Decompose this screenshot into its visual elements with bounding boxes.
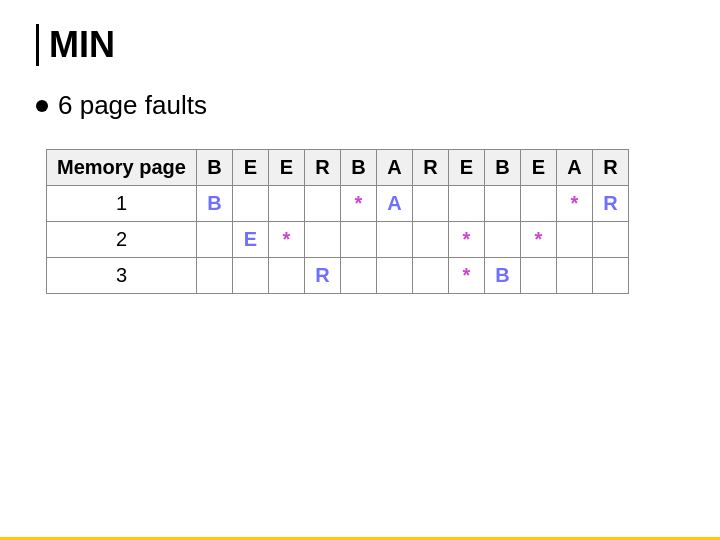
cell-1-2: * bbox=[268, 222, 304, 258]
memory-table-wrapper: Memory page B E E R B A R E B E A R 1B*A… bbox=[46, 149, 684, 294]
col-header-5: A bbox=[376, 150, 412, 186]
cell-0-7 bbox=[448, 186, 484, 222]
cell-2-4 bbox=[340, 258, 376, 294]
col-header-4: B bbox=[340, 150, 376, 186]
cell-0-4: * bbox=[340, 186, 376, 222]
cell-1-7: * bbox=[448, 222, 484, 258]
cell-0-2 bbox=[268, 186, 304, 222]
cell-1-4 bbox=[340, 222, 376, 258]
col-header-3: R bbox=[304, 150, 340, 186]
row-label-1: 2 bbox=[47, 222, 197, 258]
cell-1-8 bbox=[484, 222, 520, 258]
cell-2-11 bbox=[592, 258, 628, 294]
cell-0-10: * bbox=[556, 186, 592, 222]
cell-2-8: B bbox=[484, 258, 520, 294]
col-header-11: R bbox=[592, 150, 628, 186]
cell-1-5 bbox=[376, 222, 412, 258]
col-header-0: B bbox=[196, 150, 232, 186]
subtitle: 6 page faults bbox=[36, 90, 684, 121]
cell-0-8 bbox=[484, 186, 520, 222]
cell-0-9 bbox=[520, 186, 556, 222]
cell-0-11: R bbox=[592, 186, 628, 222]
cell-0-1 bbox=[232, 186, 268, 222]
subtitle-text: 6 page faults bbox=[58, 90, 207, 121]
col-header-10: A bbox=[556, 150, 592, 186]
cell-0-0: B bbox=[196, 186, 232, 222]
cell-2-5 bbox=[376, 258, 412, 294]
cell-1-9: * bbox=[520, 222, 556, 258]
cell-0-5: A bbox=[376, 186, 412, 222]
page-title: MIN bbox=[36, 24, 684, 66]
table-row: 2E*** bbox=[47, 222, 629, 258]
cell-1-10 bbox=[556, 222, 592, 258]
cell-2-7: * bbox=[448, 258, 484, 294]
cell-1-1: E bbox=[232, 222, 268, 258]
table-row: 3R*B bbox=[47, 258, 629, 294]
col-header-8: B bbox=[484, 150, 520, 186]
col-header-6: R bbox=[412, 150, 448, 186]
cell-2-6 bbox=[412, 258, 448, 294]
bullet-icon bbox=[36, 100, 48, 112]
table-row: 1B*A*R bbox=[47, 186, 629, 222]
cell-0-3 bbox=[304, 186, 340, 222]
cell-1-0 bbox=[196, 222, 232, 258]
cell-0-6 bbox=[412, 186, 448, 222]
cell-2-3: R bbox=[304, 258, 340, 294]
memory-table: Memory page B E E R B A R E B E A R 1B*A… bbox=[46, 149, 629, 294]
cell-2-1 bbox=[232, 258, 268, 294]
col-header-1: E bbox=[232, 150, 268, 186]
table-header-row: Memory page B E E R B A R E B E A R bbox=[47, 150, 629, 186]
cell-1-6 bbox=[412, 222, 448, 258]
col-header-2: E bbox=[268, 150, 304, 186]
row-label-0: 1 bbox=[47, 186, 197, 222]
cell-2-9 bbox=[520, 258, 556, 294]
cell-1-11 bbox=[592, 222, 628, 258]
col-header-7: E bbox=[448, 150, 484, 186]
page-container: MIN 6 page faults Memory page B E E R B … bbox=[0, 0, 720, 540]
cell-1-3 bbox=[304, 222, 340, 258]
col-header-9: E bbox=[520, 150, 556, 186]
row-label-2: 3 bbox=[47, 258, 197, 294]
cell-2-10 bbox=[556, 258, 592, 294]
cell-2-0 bbox=[196, 258, 232, 294]
cell-2-2 bbox=[268, 258, 304, 294]
col-header-label: Memory page bbox=[47, 150, 197, 186]
